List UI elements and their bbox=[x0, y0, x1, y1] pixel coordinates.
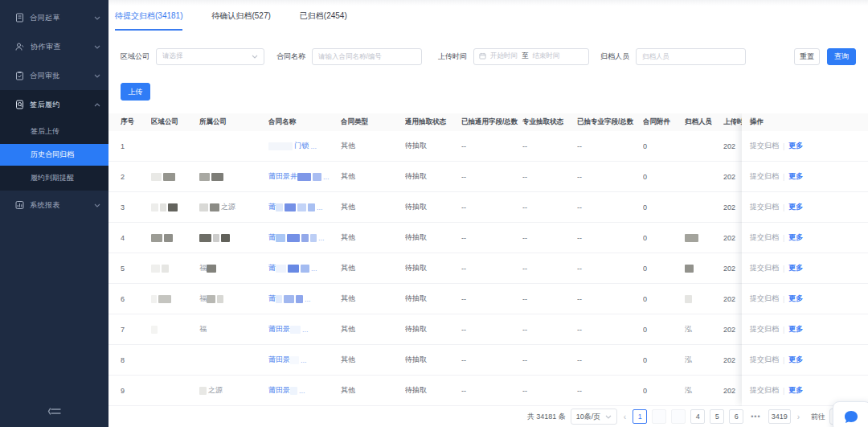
contract-link-text[interactable]: 莆 bbox=[268, 264, 276, 272]
cell-attachments: 0 bbox=[643, 265, 685, 273]
redacted-block bbox=[290, 356, 299, 364]
cell-pro-fields: -- bbox=[577, 387, 643, 395]
region-filter-label: 区域公司 bbox=[121, 51, 149, 62]
page-button-1[interactable]: 1 bbox=[633, 409, 647, 424]
tab-待确认归档(527)[interactable]: 待确认归档(527) bbox=[211, 10, 270, 31]
more-link[interactable]: 更多 bbox=[788, 355, 803, 365]
cell-general-fields: -- bbox=[461, 356, 522, 364]
cell-archiver bbox=[685, 264, 723, 273]
cell-company bbox=[199, 233, 268, 242]
more-link[interactable]: 更多 bbox=[788, 232, 803, 243]
search-button[interactable]: 查询 bbox=[827, 48, 856, 65]
column-header: 序号 bbox=[121, 117, 151, 127]
page-button-3419[interactable]: 3419 bbox=[768, 409, 791, 424]
sidebar-item-履约到期提醒[interactable]: 履约到期提醒 bbox=[0, 166, 108, 191]
cell-pro-fields: -- bbox=[577, 326, 643, 334]
redacted-text: 之源 bbox=[208, 386, 223, 394]
more-link[interactable]: 更多 bbox=[788, 141, 803, 151]
contract-link-text[interactable]: 莆田景 bbox=[268, 355, 290, 363]
submit-archive-link[interactable]: 提交归档 bbox=[750, 202, 779, 212]
sidebar-item-协作审查[interactable]: 协作审查 bbox=[0, 32, 108, 61]
assistant-widget-button[interactable] bbox=[833, 401, 868, 427]
upload-button[interactable]: 上传 bbox=[121, 83, 150, 101]
more-link[interactable]: 更多 bbox=[788, 202, 803, 212]
page-button-6[interactable]: 6 bbox=[729, 409, 743, 424]
cell-contract-type: 其他 bbox=[341, 263, 405, 273]
more-link[interactable]: 更多 bbox=[788, 294, 803, 304]
cell-contract-name: 莆田景... bbox=[268, 324, 341, 335]
action-divider: | bbox=[783, 203, 784, 211]
table-row: 1门锁 ...其他待抽取------0202 bbox=[108, 131, 780, 162]
contract-link-text[interactable]: 莆田景 bbox=[268, 325, 290, 333]
cell-region bbox=[151, 172, 199, 181]
contract-link-text[interactable]: 莆 bbox=[268, 203, 276, 211]
more-link[interactable]: 更多 bbox=[788, 263, 803, 273]
page-button-5[interactable]: 5 bbox=[710, 409, 724, 424]
sidebar-collapse-icon[interactable] bbox=[47, 405, 62, 420]
submit-archive-link[interactable]: 提交归档 bbox=[750, 324, 779, 335]
sidebar-item-label: 协作审查 bbox=[31, 42, 94, 52]
reset-button[interactable]: 重置 bbox=[794, 48, 820, 65]
sidebar: 合同起草协作审查合同审批签后履约签后上传历史合同归档履约到期提醒系统报表 bbox=[0, 0, 108, 427]
sidebar-item-合同审批[interactable]: 合同审批 bbox=[0, 61, 108, 90]
contract-seal-icon bbox=[15, 100, 24, 109]
contract-link-text[interactable]: ... bbox=[323, 173, 330, 181]
contract-link-text[interactable]: ... bbox=[311, 265, 317, 273]
contract-link-text[interactable]: 莆田景井 bbox=[268, 172, 297, 180]
table-row: 7福莆田景...其他待抽取------0泓202 bbox=[108, 314, 780, 345]
redacted-block bbox=[276, 265, 286, 273]
contract-link-text[interactable]: 莆 bbox=[268, 294, 276, 302]
tab-已归档(2454)[interactable]: 已归档(2454) bbox=[300, 10, 347, 31]
page-button-blurred bbox=[652, 409, 666, 424]
contract-name-input[interactable] bbox=[312, 48, 422, 65]
page-size-select[interactable]: 10条/页 bbox=[571, 409, 617, 425]
contract-link-text[interactable]: ... bbox=[309, 142, 317, 150]
submit-archive-link[interactable]: 提交归档 bbox=[750, 385, 779, 396]
contract-link-text[interactable]: 莆 bbox=[268, 233, 276, 241]
contract-link-text[interactable]: ... bbox=[305, 295, 311, 303]
more-link[interactable]: 更多 bbox=[788, 385, 803, 396]
action-divider: | bbox=[783, 295, 784, 303]
more-link[interactable]: 更多 bbox=[788, 324, 803, 335]
upload-time-range-picker[interactable]: 开始时间 至 结束时间 bbox=[473, 48, 589, 65]
redacted-text: 福 bbox=[199, 264, 207, 272]
clipboard-check-icon bbox=[15, 71, 24, 80]
redacted-block bbox=[164, 234, 173, 242]
next-page-button[interactable]: › bbox=[796, 413, 801, 421]
cell-contract-type: 其他 bbox=[341, 385, 405, 396]
contract-link-text[interactable]: ... bbox=[302, 326, 309, 334]
redacted-block bbox=[217, 295, 223, 303]
action-divider: | bbox=[783, 326, 784, 334]
submit-archive-link[interactable]: 提交归档 bbox=[750, 355, 779, 365]
submit-archive-link[interactable]: 提交归档 bbox=[750, 141, 779, 151]
sidebar-item-签后上传[interactable]: 签后上传 bbox=[0, 119, 108, 144]
contract-link-text[interactable]: ... bbox=[318, 234, 325, 242]
page-button-4[interactable]: 4 bbox=[690, 409, 705, 424]
action-cell: 提交归档|更多 bbox=[742, 162, 868, 192]
contract-link-text[interactable]: 莆田景 bbox=[268, 386, 290, 394]
tab-待提交归档(34181)[interactable]: 待提交归档(34181) bbox=[115, 10, 182, 31]
contract-link-text[interactable]: ... bbox=[301, 356, 307, 364]
action-cell: 提交归档|更多 bbox=[742, 284, 868, 314]
submit-archive-link[interactable]: 提交归档 bbox=[750, 263, 779, 273]
archiver-input[interactable] bbox=[636, 48, 746, 65]
submit-archive-link[interactable]: 提交归档 bbox=[750, 232, 779, 243]
contract-link-text[interactable]: ... bbox=[299, 387, 305, 395]
region-select[interactable]: 请选择 bbox=[156, 48, 264, 65]
cell-region bbox=[151, 233, 199, 242]
prev-page-button[interactable]: ‹ bbox=[622, 413, 628, 421]
cell-contract-name: 莆... bbox=[268, 263, 341, 273]
submit-archive-link[interactable]: 提交归档 bbox=[750, 171, 779, 182]
contract-link-text[interactable]: 门锁 bbox=[294, 142, 309, 150]
redacted-block bbox=[301, 234, 309, 242]
cell-general-fields: -- bbox=[461, 265, 522, 273]
contract-link-text[interactable]: ... bbox=[317, 203, 323, 211]
more-link[interactable]: 更多 bbox=[788, 171, 803, 182]
cell-contract-name: 莆... bbox=[268, 294, 341, 304]
page-ellipsis[interactable]: ••• bbox=[748, 409, 763, 424]
submit-archive-link[interactable]: 提交归档 bbox=[750, 294, 779, 304]
sidebar-item-合同起草[interactable]: 合同起草 bbox=[0, 3, 108, 32]
sidebar-item-签后履约[interactable]: 签后履约 bbox=[0, 90, 108, 119]
sidebar-item-系统报表[interactable]: 系统报表 bbox=[0, 191, 108, 220]
sidebar-item-历史合同归档[interactable]: 历史合同归档 bbox=[0, 144, 108, 166]
